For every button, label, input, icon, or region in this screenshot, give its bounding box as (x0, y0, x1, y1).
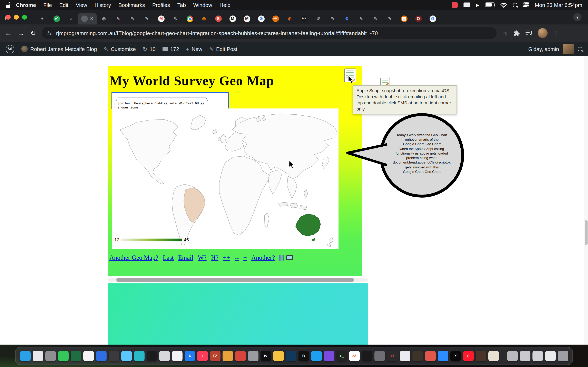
dock-tool1-icon[interactable] (507, 351, 518, 361)
dock-brown-app-icon[interactable] (476, 351, 486, 361)
tab-target[interactable]: ◎ (197, 13, 211, 25)
wp-user-avatar[interactable] (563, 44, 574, 54)
tab-pencil[interactable]: ✎ (111, 13, 125, 25)
dock-bold-app-icon[interactable]: B (298, 351, 309, 361)
tab-gmail[interactable]: M (154, 13, 168, 25)
dock-chess-icon[interactable] (412, 351, 423, 361)
tab-target[interactable]: ◎ (97, 13, 111, 25)
tab-brit[interactable]: brit (297, 13, 311, 25)
tab-history[interactable]: ↺ (311, 13, 325, 25)
tab-pencil[interactable]: ✎ (125, 13, 140, 25)
dock-settings-icon[interactable] (45, 351, 56, 361)
tab-afl[interactable]: AFL (268, 13, 283, 25)
tab-active[interactable]: ✕ (78, 13, 97, 25)
tab-pencil[interactable]: ✎ (168, 13, 182, 25)
menu-clock[interactable]: Mon 23 Mar 6:54pm (535, 2, 582, 8)
tab-pencil[interactable]: ✎ (368, 13, 383, 25)
horizontal-scrollbar-thumb[interactable] (116, 278, 354, 282)
dock-opera-icon[interactable]: O (463, 351, 474, 361)
chrome-menu-icon[interactable]: ⋮ (553, 30, 559, 36)
media-queue-icon[interactable] (525, 30, 532, 36)
dock-terminal2-icon[interactable] (362, 351, 372, 361)
apple-menu-icon[interactable] (6, 2, 11, 8)
tab-pencil[interactable]: ✎ (325, 13, 340, 25)
battery-icon[interactable] (485, 2, 494, 7)
tab-pencil[interactable]: ✎ (383, 13, 397, 25)
link-email[interactable]: Email (178, 254, 193, 261)
control-center-icon[interactable] (523, 2, 529, 7)
tab-m-black[interactable]: M (225, 13, 240, 25)
dock-shell-icon[interactable]: >_ (336, 351, 347, 361)
address-bar[interactable]: rjmprogramming.com.au/ITblog/google-char… (42, 27, 497, 39)
dock-camera-icon[interactable] (70, 351, 81, 361)
dock-apple-tv-icon[interactable]: tv (260, 351, 271, 361)
menu-window[interactable]: Window (193, 2, 212, 8)
dock-files-icon[interactable] (545, 351, 555, 361)
wp-site-menu[interactable]: Robert James Metcalfe Blog (21, 46, 97, 52)
dock-appstore-icon[interactable]: A (184, 351, 195, 361)
wp-search-icon[interactable] (578, 47, 582, 51)
menu-view[interactable]: View (76, 2, 87, 8)
link-h[interactable]: H? (211, 254, 218, 261)
dock-tool3-icon[interactable] (532, 351, 543, 361)
menu-app-icon[interactable] (452, 2, 458, 8)
tab-circle[interactable]: ○ (64, 13, 78, 25)
vertical-scrollbar-track[interactable] (584, 56, 588, 345)
link-another-geo-map[interactable]: Another Geo Map? (109, 254, 158, 261)
menu-profiles[interactable]: Profiles (152, 2, 170, 8)
applescript-snapshot-icon[interactable] (380, 78, 390, 86)
keyboard-icon[interactable] (463, 2, 470, 7)
link-w[interactable]: W? (198, 254, 207, 261)
menu-edit[interactable]: Edit (59, 2, 68, 8)
link-[interactable]: ++ (223, 254, 230, 261)
tab-search-chevron[interactable]: ▾ (573, 13, 581, 21)
bookmark-star-icon[interactable]: ☆ (502, 30, 508, 36)
dock-notes-icon[interactable] (83, 351, 94, 361)
link-[interactable]: + (243, 254, 247, 261)
dock-intellij-icon[interactable]: IJ (387, 351, 398, 361)
site-info-icon[interactable] (47, 30, 52, 36)
dock-filezilla-icon[interactable]: FZ (210, 351, 220, 361)
dock-launchpad-icon[interactable] (33, 351, 43, 361)
dock-coffee-icon[interactable] (488, 351, 499, 361)
link-last[interactable]: Last (163, 254, 173, 261)
wp-customise[interactable]: ✎ Customise (104, 46, 136, 52)
menu-help[interactable]: Help (219, 2, 231, 8)
dock-camera2-icon[interactable] (374, 351, 385, 361)
country-australia[interactable] (296, 214, 320, 236)
dock-purple-app-icon[interactable] (324, 351, 334, 361)
link-[interactable]: -- (234, 254, 239, 261)
play-icon[interactable]: ▶ (476, 3, 479, 7)
reload-button[interactable]: ↻ (30, 30, 36, 36)
bars-icon[interactable] (279, 255, 284, 261)
dock-x-app-icon[interactable]: X (450, 351, 461, 361)
dock-folder-icon[interactable] (222, 351, 233, 361)
dock-yellow-app-icon[interactable] (273, 351, 284, 361)
profile-avatar[interactable] (537, 28, 547, 38)
tab-shortcut[interactable]: S (211, 13, 225, 25)
tab-pencil[interactable]: ✎ (140, 13, 154, 25)
dock-trash-icon[interactable] (558, 351, 568, 361)
monitor-icon[interactable] (286, 255, 293, 260)
zoom-window-button[interactable] (22, 15, 27, 20)
tab-check[interactable]: ✔ (49, 13, 64, 25)
wp-updates[interactable]: ↻ 10 (143, 46, 156, 52)
dock-finder-icon[interactable] (20, 351, 30, 361)
dock-navy-app-icon[interactable] (286, 351, 296, 361)
dock-tool2-icon[interactable] (520, 351, 530, 361)
link-another[interactable]: Another? (251, 254, 275, 261)
wp-edit-post[interactable]: ✎ Edit Post (209, 46, 237, 52)
dock-teal-app-icon[interactable] (134, 351, 144, 361)
dock-messages-icon[interactable] (121, 351, 132, 361)
menu-chrome[interactable]: Chrome (16, 2, 36, 8)
dock-music-icon[interactable]: ♪ (197, 351, 208, 361)
tab-opera[interactable]: O (411, 13, 425, 25)
extensions-puzzle-icon[interactable] (513, 30, 520, 36)
dock-terminal-icon[interactable] (146, 351, 157, 361)
forward-button[interactable]: → (17, 30, 25, 36)
dock-zoom-icon[interactable] (438, 351, 448, 361)
wifi-icon[interactable] (500, 2, 507, 8)
url-text[interactable]: rjmprogramming.com.au/ITblog/google-char… (56, 30, 378, 36)
menu-tab[interactable]: Tab (177, 2, 186, 8)
dock-safari-icon[interactable] (311, 351, 321, 361)
